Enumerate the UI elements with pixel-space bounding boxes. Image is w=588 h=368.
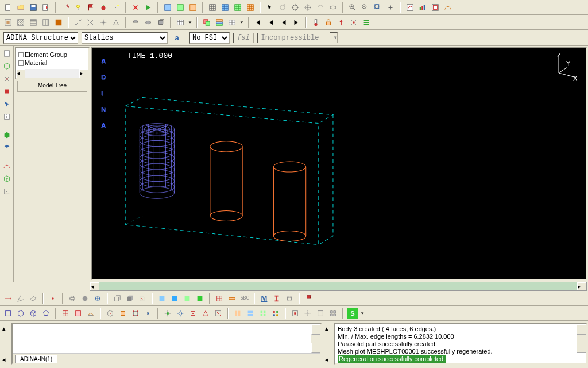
command-vscroll[interactable] bbox=[311, 324, 320, 353]
layers-icon[interactable] bbox=[214, 17, 225, 28]
spin-icon[interactable] bbox=[327, 2, 339, 13]
pin-icon[interactable] bbox=[335, 17, 347, 28]
modify-icon[interactable] bbox=[201, 17, 212, 28]
open-icon[interactable] bbox=[15, 2, 26, 13]
m19-icon[interactable] bbox=[257, 308, 269, 319]
box-solid-icon[interactable] bbox=[124, 293, 136, 304]
pick-icon[interactable] bbox=[2, 99, 12, 109]
undo-icon[interactable] bbox=[60, 2, 71, 13]
info-icon[interactable]: i bbox=[2, 112, 12, 122]
m2-icon[interactable] bbox=[15, 308, 26, 319]
panel-left2-icon[interactable]: ◂ bbox=[323, 355, 331, 363]
axis-x-icon[interactable] bbox=[2, 293, 14, 304]
node-icon[interactable] bbox=[348, 17, 359, 28]
m-icon[interactable]: M bbox=[258, 293, 270, 304]
cursor-icon[interactable] bbox=[264, 2, 276, 13]
a-icon[interactable]: a bbox=[171, 32, 183, 44]
plot2-icon[interactable] bbox=[417, 2, 428, 13]
m17-icon[interactable] bbox=[232, 308, 243, 319]
m11-icon[interactable] bbox=[142, 308, 154, 319]
grid-icon[interactable] bbox=[214, 293, 225, 304]
box-cut-icon[interactable] bbox=[137, 293, 148, 304]
flag-icon[interactable] bbox=[85, 2, 96, 13]
point-icon[interactable] bbox=[47, 293, 59, 304]
m6-icon[interactable] bbox=[72, 308, 84, 319]
m21-icon[interactable] bbox=[289, 308, 301, 319]
mesh4-icon[interactable] bbox=[245, 2, 256, 13]
box-wire-icon[interactable] bbox=[111, 293, 123, 304]
dropdown-icon[interactable] bbox=[187, 17, 193, 28]
s-dd-icon[interactable] bbox=[359, 308, 365, 319]
diag3-icon[interactable] bbox=[98, 17, 109, 28]
page-icon[interactable] bbox=[2, 48, 12, 59]
zoom-out-icon[interactable] bbox=[359, 2, 371, 13]
m9-icon[interactable] bbox=[117, 308, 129, 319]
first-icon[interactable] bbox=[253, 17, 264, 28]
hatch1-icon[interactable] bbox=[15, 17, 26, 28]
m10-icon[interactable] bbox=[130, 308, 141, 319]
sphere-solid-icon[interactable] bbox=[79, 293, 91, 304]
m20-icon[interactable] bbox=[270, 308, 281, 319]
plot4-icon[interactable] bbox=[442, 2, 454, 13]
delete-icon[interactable] bbox=[130, 2, 141, 13]
fill1-icon[interactable] bbox=[156, 293, 168, 304]
m23-icon[interactable] bbox=[315, 308, 326, 319]
ibeam-icon[interactable] bbox=[271, 293, 283, 304]
cyl-icon[interactable] bbox=[284, 293, 295, 304]
m1-icon[interactable] bbox=[2, 308, 14, 319]
clip2-icon[interactable] bbox=[142, 17, 154, 28]
ruler-icon[interactable] bbox=[226, 293, 238, 304]
apple-icon[interactable] bbox=[98, 2, 109, 13]
program-select[interactable]: ADINA Structure bbox=[3, 32, 78, 44]
tree-item-element-group[interactable]: +Element Group bbox=[18, 51, 86, 59]
m15-icon[interactable] bbox=[200, 308, 211, 319]
table2-icon[interactable] bbox=[226, 17, 238, 28]
m4-icon[interactable] bbox=[40, 308, 52, 319]
mesh3-icon[interactable] bbox=[232, 2, 243, 13]
tree-hscroll[interactable]: ◂▸ bbox=[16, 69, 88, 78]
fill2-icon[interactable] bbox=[169, 293, 180, 304]
panel-up2-icon[interactable]: ▴ bbox=[323, 324, 331, 332]
diag1-icon[interactable] bbox=[72, 17, 84, 28]
m8-icon[interactable] bbox=[105, 308, 116, 319]
model-tree-tab[interactable]: Model Tree bbox=[17, 80, 87, 92]
pan-icon[interactable] bbox=[302, 2, 314, 13]
plot1-icon[interactable] bbox=[404, 2, 416, 13]
s-green-icon[interactable]: S bbox=[347, 308, 358, 319]
wireframe-icon[interactable] bbox=[2, 61, 12, 71]
face-icon[interactable] bbox=[2, 143, 12, 153]
expand-icon[interactable]: + bbox=[18, 60, 24, 66]
rotate2-icon[interactable] bbox=[315, 2, 326, 13]
wand-icon[interactable] bbox=[110, 2, 122, 13]
solid1-icon[interactable] bbox=[53, 17, 64, 28]
viewport-hscroll[interactable]: ◂▸ bbox=[90, 282, 587, 291]
m22-icon[interactable] bbox=[302, 308, 314, 319]
viewport-3d[interactable]: ADINA TIME 1.000 Z Y X bbox=[91, 47, 587, 281]
new-icon[interactable] bbox=[2, 2, 14, 13]
zoom-prev-icon[interactable] bbox=[385, 2, 396, 13]
table-icon[interactable] bbox=[175, 17, 186, 28]
m16-icon[interactable] bbox=[212, 308, 224, 319]
dropdown2-icon[interactable] bbox=[239, 17, 245, 28]
axis-plane-icon[interactable] bbox=[28, 293, 39, 304]
mesh-icon[interactable] bbox=[2, 174, 12, 184]
node2-icon[interactable] bbox=[2, 74, 12, 84]
axis-xy-icon[interactable] bbox=[15, 293, 26, 304]
grid-blue-icon[interactable] bbox=[162, 2, 173, 13]
m13-icon[interactable] bbox=[175, 308, 186, 319]
rotate-icon[interactable] bbox=[277, 2, 288, 13]
grid-green-icon[interactable] bbox=[175, 2, 186, 13]
grid-orange-icon[interactable] bbox=[187, 2, 199, 13]
list-icon[interactable] bbox=[361, 17, 372, 28]
m24-icon[interactable] bbox=[327, 308, 339, 319]
run-icon[interactable] bbox=[142, 2, 154, 13]
solid-icon[interactable] bbox=[2, 130, 12, 140]
clip1-icon[interactable] bbox=[130, 17, 141, 28]
prev-icon[interactable] bbox=[265, 17, 277, 28]
mesh1-icon[interactable] bbox=[207, 2, 218, 13]
panel-left-icon[interactable]: ◂ bbox=[0, 355, 8, 363]
globe-icon[interactable] bbox=[92, 293, 103, 304]
spline-icon[interactable] bbox=[2, 161, 12, 171]
m12-icon[interactable] bbox=[162, 308, 173, 319]
mesh2-icon[interactable] bbox=[219, 2, 231, 13]
